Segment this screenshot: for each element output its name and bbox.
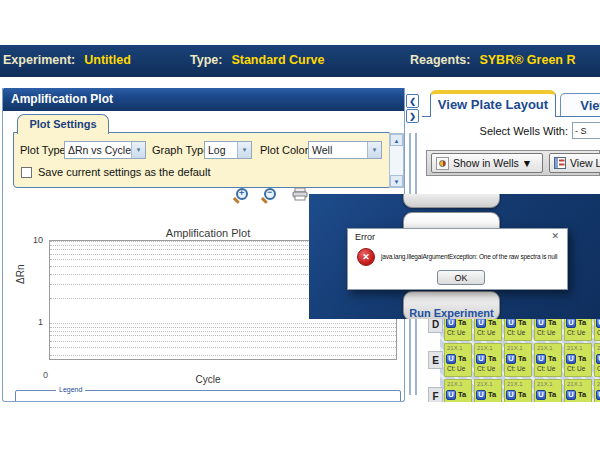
well-target-label: Ta: [458, 390, 466, 399]
graph-type-select[interactable]: Log▾: [204, 141, 252, 159]
unknown-task-icon: U: [506, 390, 516, 400]
plate-well[interactable]: 21X.1UTaCt: Ue: [474, 379, 502, 402]
ok-button[interactable]: OK: [437, 270, 485, 285]
settings-scrollbar[interactable]: ▲ ▼: [389, 133, 404, 188]
well-ct-text: Ct: Ue: [565, 401, 591, 402]
well-ct-text: Ct: Ue: [505, 401, 531, 402]
y-axis-tick: 10: [33, 235, 43, 245]
plot-color-select[interactable]: Well▾: [308, 141, 382, 159]
experiment-header-bar: Experiment:Untitled Type:Standard Curve …: [0, 45, 600, 77]
well-target-label: Ta: [578, 354, 586, 363]
type-value: Standard Curve: [231, 53, 324, 67]
plate-well[interactable]: 21X.1UTaCt: Ue: [534, 379, 562, 402]
plate-row-label: E: [428, 351, 443, 369]
well-task-row: UTa: [565, 388, 591, 401]
well-target-label: Ta: [518, 390, 526, 399]
unknown-task-icon: U: [536, 318, 546, 328]
well-plate-icon: [436, 157, 449, 170]
gridline: [50, 355, 396, 356]
plot-color-value: Well: [309, 144, 367, 156]
well-target-label: Ta: [578, 390, 586, 399]
plate-well[interactable]: 21X.1UTaCt: Ue: [534, 343, 562, 377]
well-sample-text: 21X.1: [535, 344, 561, 352]
run-experiment-button[interactable]: Run Experiment: [403, 291, 500, 319]
well-sample-text: 21X.1: [475, 344, 501, 352]
chevron-right-icon[interactable]: ❯: [406, 109, 419, 123]
y-axis-ticks: 101: [3, 240, 47, 360]
well-task-row: UTa: [505, 352, 531, 365]
well-sample-text: 21X.1: [565, 380, 591, 388]
well-task-row: UTa: [565, 352, 591, 365]
chevron-left-icon[interactable]: ❮: [406, 94, 419, 108]
type-label: Type:: [190, 53, 222, 67]
plate-well[interactable]: 21X.1UTaCt: Ue: [564, 379, 592, 402]
show-in-wells-label: Show in Wells ▼: [453, 157, 532, 169]
select-wells-value: - S: [575, 126, 587, 136]
plot-type-label: Plot Type:: [20, 144, 69, 156]
unknown-task-icon: U: [446, 390, 456, 400]
save-default-checkbox[interactable]: [21, 167, 32, 178]
well-ct-text: Ct: Ue: [445, 329, 471, 336]
plate-well[interactable]: 21X.1UTaCt: Ue: [564, 343, 592, 377]
plate-well[interactable]: 21X.1UTaCt: Ue: [594, 343, 600, 377]
plate-well[interactable]: 21X.1UTaCt: Ue: [444, 343, 472, 377]
tab-view-plate-layout[interactable]: View Plate Layout: [430, 90, 556, 117]
zoom-out-icon[interactable]: [264, 188, 276, 200]
plate-row: F21X.1UTaCt: Ue21X.1UTaCt: Ue21X.1UTaCt:…: [428, 379, 600, 402]
plate-well[interactable]: 21X.1UTaCt: Ue: [504, 379, 532, 402]
well-task-row: UTa: [445, 388, 471, 401]
view-legend-label: View L: [570, 157, 600, 169]
plate-well[interactable]: 21X.1UTaCt: Ue: [444, 379, 472, 402]
well-target-label: Ta: [488, 318, 496, 327]
unknown-task-icon: U: [506, 354, 516, 364]
view-legend-button[interactable]: View L: [549, 153, 600, 173]
graph-type-value: Log: [205, 144, 237, 156]
unknown-task-icon: U: [596, 390, 600, 400]
well-target-label: Ta: [458, 318, 466, 327]
zoom-in-icon[interactable]: [236, 188, 248, 200]
select-wells-dropdown[interactable]: - S: [572, 122, 600, 139]
tab-view-well-table[interactable]: View: [560, 93, 600, 117]
unknown-task-icon: U: [566, 318, 576, 328]
well-target-label: Ta: [488, 354, 496, 363]
select-wells-label: Select Wells With:: [480, 125, 568, 137]
unknown-task-icon: U: [596, 354, 600, 364]
plate-well[interactable]: 21X.1UTaCt: Ue: [504, 343, 532, 377]
well-target-label: Ta: [578, 318, 586, 327]
well-ct-text: Ct: Ue: [505, 365, 531, 372]
printer-icon[interactable]: [292, 187, 308, 205]
close-icon[interactable]: ✕: [551, 231, 559, 241]
run-experiment-label: Run Experiment: [409, 307, 493, 319]
unknown-task-icon: U: [566, 390, 576, 400]
show-in-wells-button[interactable]: Show in Wells ▼: [431, 153, 543, 173]
well-task-row: UTa: [535, 388, 561, 401]
plot-type-select[interactable]: ΔRn vs Cycle▾: [64, 141, 146, 159]
chevron-up-icon[interactable]: ▲: [390, 134, 403, 146]
chevron-down-icon[interactable]: ▼: [390, 175, 403, 187]
well-ct-text: Ct: Ue: [475, 365, 501, 372]
well-ct-text: Ct: Ue: [505, 329, 531, 336]
well-ct-text: Ct: Ue: [535, 401, 561, 402]
error-message: java.lang.IllegalArgumentException: One …: [381, 253, 557, 260]
well-task-row: UTa: [475, 388, 501, 401]
well-ct-text: Ct: Ue: [595, 329, 600, 336]
tab-plot-settings[interactable]: Plot Settings: [17, 114, 109, 134]
plate-well[interactable]: 21X.1UTaCt: Ue: [594, 379, 600, 402]
reagents-field: Reagents:SYBR® Green R: [410, 53, 575, 67]
gridline: [50, 347, 396, 348]
legend-box: Legend: [15, 390, 401, 402]
background-button[interactable]: [403, 194, 500, 208]
well-sample-text: 21X.1: [505, 380, 531, 388]
plate-well[interactable]: 21X.1UTaCt: Ue: [474, 343, 502, 377]
gridline: [50, 331, 396, 332]
experiment-field: Experiment:Untitled: [3, 53, 131, 67]
experiment-value: Untitled: [84, 53, 131, 67]
well-task-row: UTa: [505, 388, 531, 401]
x-axis-label: Cycle: [63, 374, 353, 385]
dialog-title: Error: [355, 232, 375, 242]
well-sample-text: 21X.1: [535, 380, 561, 388]
y-axis-tick: 1: [38, 317, 43, 327]
well-ct-text: Ct: Ue: [445, 401, 471, 402]
table-icon: [554, 157, 566, 169]
gridline: [50, 335, 396, 336]
